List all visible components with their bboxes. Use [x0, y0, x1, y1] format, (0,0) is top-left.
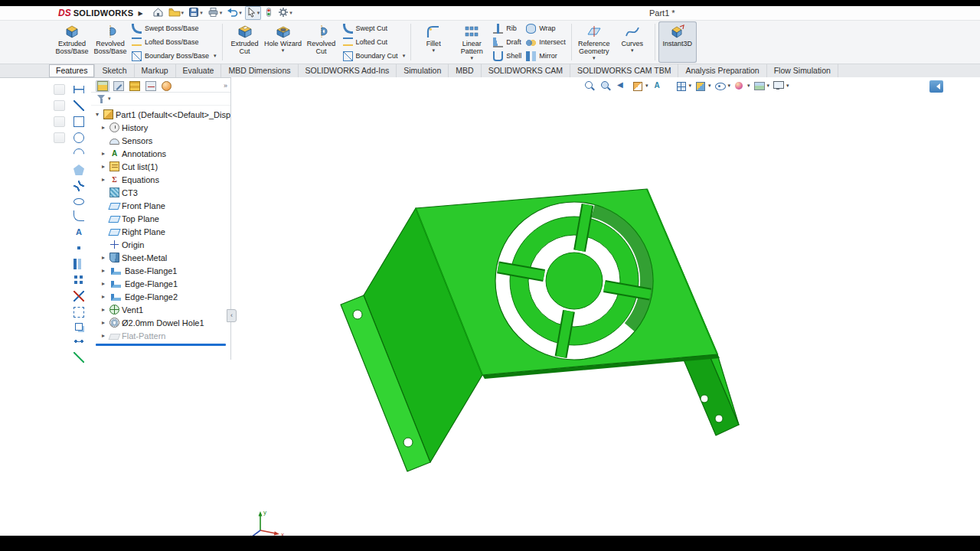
tool-circle[interactable]	[74, 132, 84, 143]
lofted-boss-base-button[interactable]: Lofted Boss/Base	[132, 36, 217, 49]
tab-solidworks-cam[interactable]: SOLIDWORKS CAM	[482, 64, 570, 77]
headsup-caret-icon[interactable]: ▾	[747, 83, 750, 89]
tool-filter-vertices[interactable]	[54, 100, 65, 111]
tree-item-flat-pattern[interactable]: ▸ Flat-Pattern	[91, 329, 230, 342]
stack-caret-icon[interactable]: ▾	[214, 53, 217, 59]
rebuild-button[interactable]	[263, 6, 275, 20]
save-caret-icon[interactable]: ▾	[200, 10, 203, 16]
tree-item-history[interactable]: ▸ History	[91, 121, 230, 134]
fillet-button[interactable]: Fillet ▾	[414, 21, 452, 63]
tree-item-sheet-metal[interactable]: ▸ Sheet-Metal	[91, 251, 230, 264]
tree-item-2-0mm-dowel-hole1[interactable]: ▸ Ø2.0mm Dowel Hole1	[91, 316, 230, 329]
select-caret-icon[interactable]: ▾	[257, 10, 260, 16]
revolved-boss-base-button[interactable]: Revolved Boss/Base	[91, 21, 129, 63]
tool-filter-edges[interactable]	[54, 116, 65, 127]
tree-item-base-flange1[interactable]: ▸ Base-Flange1	[91, 264, 230, 277]
headsup-caret-icon[interactable]: ▾	[708, 83, 711, 89]
fillet-caret-icon[interactable]: ▾	[432, 47, 435, 53]
tool-trim-entities[interactable]	[74, 291, 84, 302]
panel-tab-dimxpertmanager[interactable]	[144, 80, 158, 92]
lofted-cut-button[interactable]: Lofted Cut	[343, 36, 406, 49]
brand-flyout-icon[interactable]: ▶	[138, 10, 142, 17]
home-button[interactable]	[151, 6, 165, 20]
filter-caret-icon[interactable]: ▾	[108, 96, 111, 102]
undo-button[interactable]: ▾	[225, 6, 243, 20]
headsup-caret-icon[interactable]: ▾	[767, 83, 770, 89]
tab-mbd-dimensions[interactable]: MBD Dimensions	[221, 64, 298, 77]
save-button[interactable]: ▾	[187, 6, 204, 20]
boundary-cut-button[interactable]: Boundary Cut▾	[343, 50, 406, 63]
mirror-button[interactable]: Mirror	[526, 50, 566, 63]
headsup-view-settings[interactable]: ▾	[771, 80, 790, 92]
headsup-caret-icon[interactable]: ▾	[689, 83, 692, 89]
boundary-boss-base-button[interactable]: Boundary Boss/Base▾	[132, 50, 217, 63]
headsup-dynamic-annotation-views[interactable]: ▾	[650, 80, 665, 92]
tree-item-ct3[interactable]: CT3	[91, 186, 230, 199]
options-button[interactable]: ▾	[276, 6, 294, 20]
headsup-caret-icon[interactable]: ▾	[645, 83, 648, 89]
tool-spline[interactable]	[74, 181, 84, 191]
tab-evaluate[interactable]: Evaluate	[176, 64, 222, 77]
filter-funnel-icon[interactable]	[97, 95, 105, 103]
model-dowel-hole[interactable]	[701, 395, 708, 403]
reference-geometry-button[interactable]: Reference Geometry ▾	[575, 21, 613, 63]
panel-tab-configurationmanager[interactable]	[128, 80, 142, 92]
panel-tab-displaymanager[interactable]	[160, 80, 173, 92]
tool-line[interactable]	[74, 100, 84, 111]
expand-arrow-icon[interactable]: ▸	[102, 150, 109, 157]
print-caret-icon[interactable]: ▾	[220, 10, 223, 16]
tool-smart-dimension[interactable]	[74, 84, 84, 95]
tree-item-sensors[interactable]: Sensors	[91, 134, 230, 147]
graphics-area[interactable]: y x z	[231, 77, 980, 536]
headsup-view-orientation[interactable]: ▾	[674, 80, 693, 92]
model-vent-feature[interactable]	[495, 202, 653, 360]
open-button[interactable]: ▾	[167, 6, 186, 20]
reference-geometry-caret-icon[interactable]: ▾	[593, 55, 596, 60]
tab-analysis-preparation[interactable]: Analysis Preparation	[678, 64, 766, 77]
shell-button[interactable]: Shell	[493, 50, 521, 63]
headsup-caret-icon[interactable]: ▾	[786, 83, 789, 89]
print-button[interactable]: ▾	[206, 6, 224, 20]
headsup-display-style[interactable]: ▾	[693, 80, 712, 92]
tool-polygon[interactable]	[74, 165, 84, 175]
tab-simulation[interactable]: Simulation	[397, 64, 449, 77]
hole-wizard-caret-icon[interactable]: ▾	[282, 47, 285, 53]
tool-linear-sketch-pattern[interactable]	[74, 275, 84, 285]
headsup-apply-scene[interactable]: ▾	[752, 80, 771, 92]
expand-arrow-icon[interactable]: ▸	[102, 319, 109, 326]
tree-item-top-plane[interactable]: Top Plane	[91, 212, 230, 225]
expand-arrow-icon[interactable]: ▸	[102, 306, 109, 313]
expand-arrow-icon[interactable]: ▸	[102, 124, 109, 131]
headsup-hide-show-items[interactable]: ▾	[713, 80, 732, 92]
tree-item-annotations[interactable]: ▸ Annotations	[91, 147, 230, 160]
tree-item-front-plane[interactable]: Front Plane	[91, 199, 230, 212]
rib-button[interactable]: Rib	[493, 22, 521, 35]
revolved-cut-button[interactable]: Revolved Cut	[302, 21, 341, 63]
curves-caret-icon[interactable]: ▾	[631, 47, 634, 53]
tree-item-edge-flange2[interactable]: ▸ Edge-Flange2	[91, 290, 230, 303]
tool-selection-filter[interactable]	[54, 84, 65, 95]
open-caret-icon[interactable]: ▾	[181, 10, 185, 16]
hole-wizard-button[interactable]: Hole Wizard ▾	[264, 21, 302, 63]
tree-item-equations[interactable]: ▸ Equations	[91, 173, 230, 186]
extruded-boss-base-button[interactable]: Extruded Boss/Base	[53, 21, 91, 63]
swept-boss-base-button[interactable]: Swept Boss/Base	[132, 22, 217, 35]
rollback-bar[interactable]	[96, 344, 226, 346]
draft-button[interactable]: Draft	[493, 36, 521, 49]
expand-arrow-icon[interactable]: ▸	[102, 176, 109, 183]
tool-convert-entities[interactable]	[74, 307, 84, 318]
tool-repair-sketch[interactable]	[74, 352, 84, 363]
instant3d-button[interactable]: Instant3D	[658, 21, 697, 63]
model-dowel-hole[interactable]	[353, 310, 362, 319]
headsup-zoom-to-fit[interactable]: ▾	[582, 80, 597, 92]
tool-point[interactable]	[74, 243, 84, 253]
tree-item-origin[interactable]: Origin	[91, 238, 230, 251]
headsup-zoom-to-area[interactable]: ▾	[598, 80, 613, 92]
tree-item-right-plane[interactable]: Right Plane	[91, 225, 230, 238]
tool-sketch-fillet[interactable]	[74, 210, 84, 221]
headsup-edit-appearance[interactable]: ▾	[732, 80, 751, 92]
expand-arrow-icon[interactable]: ▸	[102, 163, 109, 170]
tree-item-vent1[interactable]: ▸ Vent1	[91, 303, 230, 316]
model-dowel-hole[interactable]	[715, 415, 723, 422]
options-caret-icon[interactable]: ▾	[289, 10, 292, 16]
